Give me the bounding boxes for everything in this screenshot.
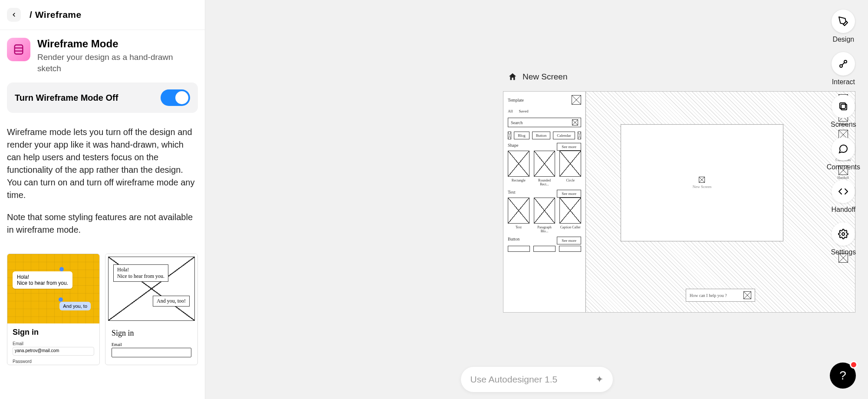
wireframe-toggle[interactable] (161, 89, 190, 106)
tool-comments[interactable]: Comments (827, 137, 860, 171)
tool-label: Screens (831, 121, 856, 129)
placeholder-icon (699, 177, 705, 183)
preview-sketch-chat: Hola! Nice to hear from you. And you, to… (105, 254, 197, 323)
wf-thumb[interactable] (559, 246, 581, 252)
sidebar: / Wireframe Wireframe Mode Render your d… (0, 0, 205, 399)
svg-rect-6 (840, 103, 845, 109)
wf-thumb[interactable] (534, 198, 556, 224)
right-toolbar: Design Interact Screens Comments Handoff… (827, 10, 860, 256)
svg-rect-0 (15, 45, 23, 54)
wf-thumb[interactable] (533, 246, 556, 252)
tool-label: Handoff (831, 206, 855, 214)
wf-tab-saved[interactable]: Saved (519, 109, 529, 113)
sparkle-icon (743, 291, 751, 299)
tool-handoff[interactable]: Handoff (831, 180, 855, 214)
wf-search[interactable]: Search (508, 118, 581, 127)
wireframe-toggle-row: Turn Wireframe Mode Off (7, 82, 198, 113)
pencil-icon (838, 16, 848, 26)
preview-bubble-reply: And you, to (59, 302, 91, 310)
comment-icon (838, 144, 848, 154)
wf-thumb[interactable] (508, 151, 529, 177)
tool-label: Settings (831, 248, 856, 256)
chevron-right-icon[interactable] (578, 132, 581, 139)
wf-section-title: Text (508, 190, 516, 195)
wf-prompt-placeholder: How can I help you ? (690, 293, 727, 298)
wf-see-more[interactable]: See more (557, 237, 581, 244)
wf-see-more[interactable]: See more (557, 190, 581, 198)
autodesigner-label: Use Autodesigner 1.5 (470, 374, 558, 385)
wf-thumb[interactable] (534, 151, 556, 177)
breadcrumb: / Wireframe (30, 10, 82, 20)
tool-interact[interactable]: Interact (832, 52, 855, 86)
mode-title: Wireframe Mode (37, 38, 198, 50)
wf-thumb[interactable] (508, 246, 530, 252)
wf-caption: Paragraph Blo... (534, 225, 556, 233)
mode-header: Wireframe Mode Render your design as a h… (7, 38, 198, 74)
sidebar-body: Wireframe Mode Render your design as a h… (0, 30, 205, 254)
signin-title: Sign in (13, 328, 94, 337)
breadcrumb-page: Wireframe (35, 10, 82, 20)
wf-caption: Caption Caller (559, 225, 581, 233)
wf-chip[interactable]: Calendar (553, 132, 575, 139)
wf-thumb[interactable] (559, 151, 581, 177)
email-label: Email (13, 341, 94, 346)
preview-sketch-form: Sign in Email (105, 323, 197, 361)
wireframe-note: Note that some styling features are not … (7, 211, 198, 236)
canvas[interactable]: New Screen Template All Saved Search Blo… (205, 0, 868, 399)
notification-badge (850, 361, 858, 369)
wf-panel-title: Template (508, 98, 524, 102)
tool-settings[interactable]: Settings (831, 222, 856, 256)
back-button[interactable] (7, 8, 21, 22)
breadcrumb-prefix: / (30, 10, 35, 20)
wf-search-placeholder: Search (511, 120, 523, 125)
wf-prompt-input[interactable]: How can I help you ? (686, 289, 755, 302)
search-icon (572, 119, 578, 125)
preview-designed-chat: Hola! Nice to hear from you. And you, to (7, 254, 99, 323)
email-field-sketch (112, 348, 191, 357)
code-icon (838, 186, 848, 197)
wf-chip[interactable]: Button (532, 132, 551, 139)
preview-bubble: Hola! Nice to hear from you. (13, 271, 72, 289)
svg-point-7 (842, 233, 845, 235)
tool-design[interactable]: Design (832, 10, 855, 43)
sketch-bubble: Hola! Nice to hear from you. (113, 264, 168, 282)
preview-sketch: Hola! Nice to hear from you. And you, to… (105, 254, 198, 365)
wf-see-more[interactable]: See more (557, 143, 581, 151)
wireframe-mode-icon (7, 38, 30, 61)
wf-templates-panel: Template All Saved Search Blog Button Ca… (503, 92, 586, 312)
screen-label[interactable]: New Screen (508, 72, 568, 82)
tool-screens[interactable]: Screens (831, 95, 856, 129)
mode-subtitle: Render your design as a hand-drawn sketc… (37, 52, 198, 74)
screens-icon (838, 101, 848, 112)
preview-designed-form: Sign in Email yana.petrov@mail.com Passw… (7, 323, 99, 365)
wf-caption: Circle (559, 178, 581, 186)
wf-center-placeholder[interactable]: New Screen (621, 124, 783, 241)
help-icon: ? (839, 369, 846, 383)
chevron-left-icon (11, 12, 17, 18)
wf-caption: Text (508, 225, 529, 233)
wireframe-frame[interactable]: Template All Saved Search Blog Button Ca… (503, 91, 855, 313)
tool-label: Comments (827, 163, 860, 171)
sparkle-icon: ✦ (595, 374, 603, 385)
wf-chip[interactable]: Blog (514, 132, 529, 139)
wf-caption: Rectangle (508, 178, 529, 186)
autodesigner-input[interactable]: Use Autodesigner 1.5 ✦ (461, 367, 613, 392)
wf-center-label: New Screen (693, 185, 712, 189)
close-icon[interactable] (572, 95, 581, 105)
chevron-left-icon[interactable] (508, 132, 511, 139)
wireframe-description: Wireframe mode lets you turn off the des… (7, 126, 198, 201)
preview-comparison: Hola! Nice to hear from you. And you, to… (0, 254, 205, 365)
wireframe-toggle-label: Turn Wireframe Mode Off (15, 93, 118, 103)
interact-icon (838, 59, 848, 69)
wf-thumb[interactable] (559, 198, 581, 224)
password-label: Password (13, 359, 94, 364)
wf-caption: Rounded Rect... (534, 178, 556, 186)
sketch-bubble-reply: And you, too! (153, 296, 190, 307)
wf-thumb[interactable] (508, 198, 529, 224)
tool-label: Interact (832, 78, 855, 86)
sidebar-header: / Wireframe (0, 0, 205, 30)
signin-title-sketch: Sign in (112, 329, 191, 338)
email-label-sketch: Email (112, 342, 191, 347)
wf-tab-all[interactable]: All (508, 109, 513, 113)
help-button[interactable]: ? (830, 363, 856, 389)
